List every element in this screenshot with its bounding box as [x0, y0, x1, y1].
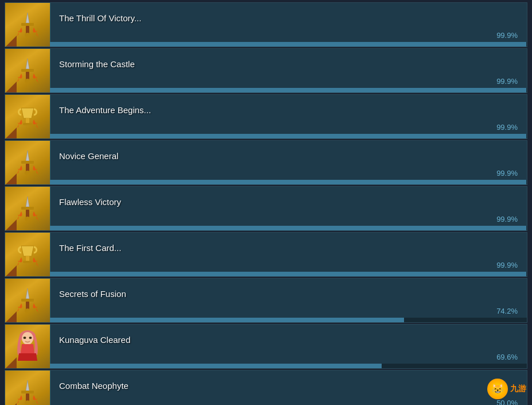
cup-achievement-icon	[5, 94, 50, 139]
achievement-content: The Thrill Of Victory... 99.9%	[50, 3, 527, 47]
svg-rect-8	[26, 118, 29, 123]
svg-rect-1	[21, 23, 34, 26]
achievement-content: The First Card... 99.9%	[50, 233, 527, 276]
achievement-percentage: 50.0%	[496, 399, 518, 405]
svg-marker-10	[26, 151, 29, 161]
svg-marker-4	[26, 59, 29, 69]
svg-marker-0	[26, 13, 29, 23]
cup-achievement-icon	[5, 232, 50, 277]
progress-bar-fill	[50, 42, 526, 47]
achievement-title: Secrets of Fusion	[59, 289, 518, 299]
achievement-content: Novice General 99.9%	[50, 141, 527, 184]
achievement-content: Storming the Castle 99.9%	[50, 49, 527, 92]
svg-marker-14	[26, 196, 29, 207]
watermark: 😸 九游	[487, 379, 526, 399]
progress-bar-container	[50, 272, 527, 276]
progress-bar-container	[50, 134, 527, 138]
svg-rect-2	[26, 26, 29, 34]
achievement-percentage: 74.2%	[496, 307, 518, 315]
svg-point-23	[25, 308, 30, 313]
achievement-title: Kunaguva Cleared	[59, 335, 518, 345]
sword-achievement-icon	[5, 48, 50, 93]
progress-bar-container	[50, 88, 527, 92]
achievement-title: The Thrill Of Victory...	[59, 13, 518, 23]
achievement-title: The First Card...	[59, 243, 518, 253]
achievement-title: Novice General	[59, 151, 518, 161]
achievement-item-novice-general[interactable]: Novice General 99.9%	[5, 140, 527, 185]
achievement-percentage: 99.9%	[496, 215, 518, 223]
svg-point-31	[25, 400, 30, 405]
achievement-percentage: 99.9%	[496, 31, 518, 40]
achievement-percentage: 99.9%	[496, 169, 518, 178]
progress-bar-container	[50, 364, 527, 368]
sword-achievement-icon	[5, 278, 50, 323]
svg-rect-19	[23, 261, 32, 263]
sword-achievement-icon	[5, 140, 50, 185]
achievement-item-first-card[interactable]: The First Card... 99.9%	[5, 232, 527, 277]
achievement-content: The Adventure Begins... 99.9%	[50, 95, 527, 138]
progress-bar-fill	[50, 180, 526, 184]
progress-bar-fill	[50, 318, 404, 322]
achievement-title: Flawless Victory	[59, 197, 518, 207]
svg-point-7	[25, 79, 30, 83]
svg-rect-16	[26, 210, 29, 218]
svg-rect-29	[21, 391, 34, 394]
svg-point-3	[25, 33, 30, 37]
svg-point-26	[24, 337, 26, 339]
svg-point-27	[29, 337, 32, 339]
progress-bar-container	[50, 226, 527, 230]
achievement-percentage: 99.9%	[496, 261, 518, 269]
svg-rect-6	[26, 72, 29, 80]
watermark-icon: 😸	[487, 379, 508, 399]
progress-bar-fill	[50, 364, 382, 368]
svg-rect-21	[21, 299, 34, 302]
progress-bar-fill	[50, 134, 526, 138]
achievement-content: Flawless Victory 99.9%	[50, 187, 527, 230]
svg-rect-9	[23, 123, 32, 125]
svg-rect-18	[26, 256, 29, 261]
svg-rect-15	[21, 207, 34, 210]
achievement-item-adventure-begins[interactable]: The Adventure Begins... 99.9%	[5, 94, 527, 139]
achievement-percentage: 99.9%	[496, 123, 518, 132]
progress-bar-fill	[50, 226, 526, 230]
achievement-item-combat-neophyte[interactable]: Combat Neophyte 50.0%	[5, 370, 527, 405]
progress-bar-fill	[50, 88, 526, 92]
achievement-content: Secrets of Fusion 74.2%	[50, 279, 527, 322]
svg-rect-22	[26, 302, 29, 310]
progress-bar-container	[50, 180, 527, 184]
svg-rect-12	[26, 164, 29, 172]
svg-point-17	[25, 217, 30, 221]
svg-rect-11	[21, 161, 34, 164]
svg-rect-30	[26, 394, 29, 402]
achievement-title: The Adventure Begins...	[59, 105, 518, 115]
achievement-item-thrill-of-victory[interactable]: The Thrill Of Victory... 99.9%	[5, 2, 527, 47]
achievement-content: Kunaguva Cleared 69.6%	[50, 325, 527, 368]
achievement-title: Combat Neophyte	[59, 381, 518, 391]
progress-bar-fill	[50, 272, 526, 276]
svg-rect-5	[21, 69, 34, 72]
progress-bar-container	[50, 42, 527, 47]
sword-achievement-icon	[5, 186, 50, 231]
achievement-percentage: 99.9%	[496, 77, 518, 86]
sword-achievement-icon	[5, 370, 50, 405]
achievement-item-storming-the-castle[interactable]: Storming the Castle 99.9%	[5, 48, 527, 93]
achievement-list: The Thrill Of Victory... 99.9%	[0, 0, 532, 405]
achievement-item-secrets-of-fusion[interactable]: Secrets of Fusion 74.2%	[5, 278, 527, 323]
character-achievement-icon	[5, 324, 50, 369]
achievement-item-flawless-victory[interactable]: Flawless Victory 99.9%	[5, 186, 527, 231]
svg-marker-28	[26, 380, 29, 391]
svg-point-13	[25, 171, 30, 175]
achievement-item-kunaguva-cleared[interactable]: Kunaguva Cleared 69.6%	[5, 324, 527, 369]
progress-bar-container	[50, 318, 527, 322]
watermark-text: 九游	[510, 384, 526, 394]
achievement-percentage: 69.6%	[496, 353, 518, 361]
achievement-content: Combat Neophyte 50.0%	[50, 371, 527, 405]
sword-achievement-icon	[5, 2, 50, 47]
svg-marker-20	[26, 288, 29, 299]
achievement-title: Storming the Castle	[59, 59, 518, 69]
